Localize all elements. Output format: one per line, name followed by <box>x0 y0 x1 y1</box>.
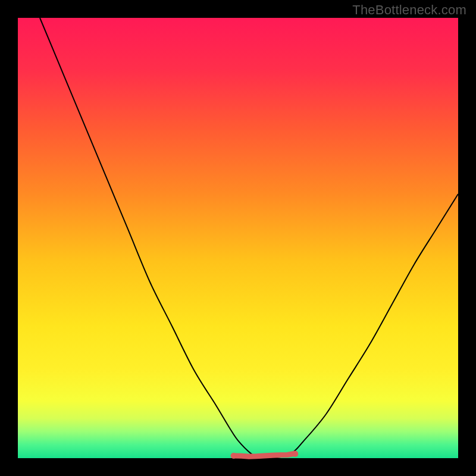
bottleneck-chart <box>0 0 476 476</box>
chart-container: TheBottleneck.com <box>0 0 476 476</box>
highlight-dot-left <box>231 453 237 459</box>
highlight-dot-right <box>292 451 298 457</box>
watermark-label: TheBottleneck.com <box>352 2 466 18</box>
highlight-segment <box>234 453 296 456</box>
plot-background <box>18 18 458 458</box>
